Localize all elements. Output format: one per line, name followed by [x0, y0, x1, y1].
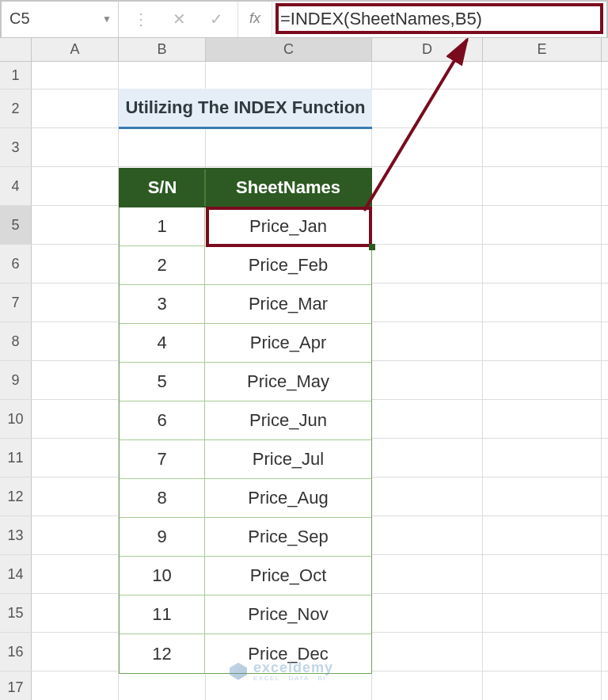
fx-label[interactable]: fx — [238, 0, 272, 37]
row-header-2[interactable]: 2 — [0, 89, 32, 127]
row-header-14[interactable]: 14 — [0, 555, 32, 593]
cell[interactable] — [372, 62, 483, 89]
cell[interactable] — [32, 89, 119, 127]
row-header-7[interactable]: 7 — [0, 283, 32, 321]
cell[interactable] — [483, 89, 602, 127]
cell-sn[interactable]: 7 — [120, 440, 205, 478]
cell[interactable] — [483, 633, 602, 671]
cell-sn[interactable]: 2 — [120, 246, 205, 284]
cell[interactable] — [483, 283, 602, 321]
cell[interactable] — [32, 167, 119, 205]
cell[interactable] — [32, 283, 119, 321]
cell[interactable] — [372, 322, 483, 360]
cell-sheetname[interactable]: Price_Jun — [205, 401, 371, 439]
cell[interactable] — [483, 555, 602, 593]
cell-sheetname[interactable]: Price_Jan — [205, 207, 371, 245]
cell[interactable] — [372, 283, 483, 321]
cell[interactable] — [32, 400, 119, 438]
cell[interactable] — [483, 594, 602, 632]
cell[interactable] — [483, 206, 602, 244]
cell[interactable] — [372, 400, 483, 438]
cell-sheetname[interactable]: Price_Feb — [205, 246, 371, 284]
cell[interactable] — [119, 671, 206, 700]
cell[interactable] — [372, 167, 483, 205]
cell-sn[interactable]: 9 — [120, 518, 205, 556]
cell[interactable] — [372, 633, 483, 671]
cancel-icon[interactable]: ✕ — [173, 11, 186, 27]
cell[interactable] — [483, 128, 602, 166]
cell[interactable] — [483, 361, 602, 399]
cell[interactable] — [372, 594, 483, 632]
row-header-12[interactable]: 12 — [0, 477, 32, 515]
cell[interactable] — [206, 128, 372, 166]
row-header-5[interactable]: 5 — [0, 206, 32, 244]
cell[interactable] — [372, 89, 483, 127]
cell-sn[interactable]: 11 — [120, 595, 205, 633]
cell[interactable] — [483, 62, 602, 89]
cell-sheetname[interactable]: Price_Mar — [205, 285, 371, 323]
cell[interactable] — [483, 516, 602, 554]
cell[interactable] — [32, 128, 119, 166]
select-all-corner[interactable] — [0, 38, 32, 61]
formula-input[interactable]: =INDEX(SheetNames,B5) — [272, 0, 608, 37]
row-header-1[interactable]: 1 — [0, 62, 32, 89]
row-header-13[interactable]: 13 — [0, 516, 32, 554]
cell[interactable] — [483, 477, 602, 515]
cell[interactable] — [32, 671, 119, 700]
cell[interactable] — [372, 439, 483, 477]
cell-sheetname[interactable]: Price_Sep — [205, 518, 371, 556]
cell[interactable] — [483, 400, 602, 438]
accept-icon[interactable]: ✓ — [210, 11, 223, 27]
cell[interactable] — [483, 167, 602, 205]
cell[interactable] — [119, 128, 206, 166]
row-header-4[interactable]: 4 — [0, 167, 32, 205]
cell-sheetname[interactable]: Price_Oct — [205, 557, 371, 595]
ellipsis-icon[interactable]: ⋮ — [133, 11, 149, 27]
cell-sn[interactable]: 10 — [120, 557, 205, 595]
cell[interactable] — [32, 633, 119, 671]
cell[interactable] — [372, 555, 483, 593]
cell-sheetname[interactable]: Price_Jul — [205, 440, 371, 478]
col-header-A[interactable]: A — [32, 38, 119, 61]
chevron-down-icon[interactable]: ▼ — [102, 13, 112, 25]
cell[interactable] — [32, 477, 119, 515]
row-header-17[interactable]: 17 — [0, 671, 32, 700]
cell-sn[interactable]: 4 — [120, 324, 205, 362]
cell[interactable] — [483, 439, 602, 477]
col-header-B[interactable]: B — [119, 38, 206, 61]
cell-sheetname[interactable]: Price_Apr — [205, 324, 371, 362]
row-header-15[interactable]: 15 — [0, 594, 32, 632]
cell[interactable] — [32, 439, 119, 477]
cell-sheetname[interactable]: Price_Nov — [205, 595, 371, 633]
cell[interactable] — [483, 671, 602, 700]
cell[interactable] — [372, 477, 483, 515]
row-header-3[interactable]: 3 — [0, 128, 32, 166]
cell[interactable] — [119, 62, 206, 89]
cell[interactable] — [32, 555, 119, 593]
cell[interactable] — [32, 62, 119, 89]
row-header-11[interactable]: 11 — [0, 439, 32, 477]
cell-sn[interactable]: 6 — [120, 401, 205, 439]
cell-sheetname[interactable]: Price_Aug — [205, 479, 371, 517]
row-header-16[interactable]: 16 — [0, 633, 32, 671]
row-header-10[interactable]: 10 — [0, 400, 32, 438]
cell[interactable] — [483, 322, 602, 360]
cell-sn[interactable]: 8 — [120, 479, 205, 517]
cell-sn[interactable]: 1 — [120, 207, 205, 245]
cell-sheetname[interactable]: Price_May — [205, 363, 371, 401]
cell[interactable] — [372, 671, 483, 700]
cell[interactable] — [32, 361, 119, 399]
cell[interactable] — [32, 322, 119, 360]
cell[interactable] — [483, 245, 602, 283]
name-box[interactable]: C5 ▼ — [0, 0, 119, 37]
cell[interactable] — [372, 128, 483, 166]
cell[interactable] — [206, 62, 372, 89]
cell[interactable] — [32, 206, 119, 244]
cell[interactable] — [372, 206, 483, 244]
cell-sn[interactable]: 5 — [120, 363, 205, 401]
row-header-9[interactable]: 9 — [0, 361, 32, 399]
row-header-8[interactable]: 8 — [0, 322, 32, 360]
cell[interactable] — [32, 516, 119, 554]
col-header-C[interactable]: C — [206, 38, 372, 61]
cell[interactable] — [32, 594, 119, 632]
